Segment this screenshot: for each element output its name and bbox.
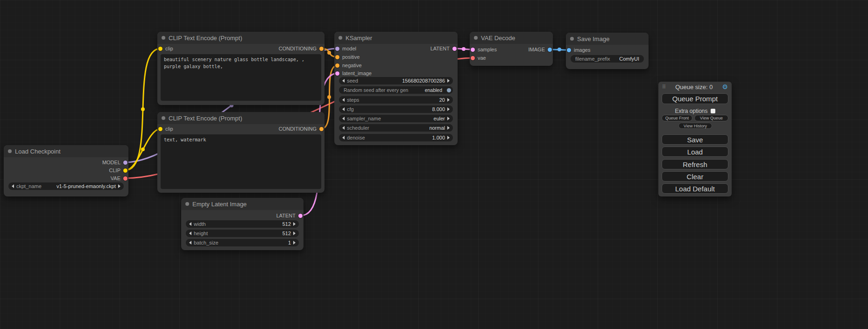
width-widget[interactable]: width 512 xyxy=(186,220,299,228)
decrement-arrow-icon[interactable] xyxy=(189,231,191,235)
node-graph-canvas[interactable]: Load Checkpoint MODEL CLIP VAE ckpt_name… xyxy=(0,0,868,329)
clip-input-dot[interactable] xyxy=(158,47,162,51)
increment-arrow-icon[interactable] xyxy=(447,136,450,140)
widget-value: enabled xyxy=(425,87,442,93)
collapse-dot-icon[interactable] xyxy=(339,36,342,40)
decrement-arrow-icon[interactable] xyxy=(342,126,345,130)
negative-input-dot[interactable] xyxy=(335,63,339,68)
node-titlebar[interactable]: Empty Latent Image xyxy=(181,198,303,210)
view-history-button[interactable]: View History xyxy=(678,123,712,129)
node-vae-decode[interactable]: VAE Decode samples IMAGE vae xyxy=(470,32,553,66)
node-clip-text-encode-positive[interactable]: CLIP Text Encode (Prompt) clip CONDITION… xyxy=(157,32,325,105)
decrement-arrow-icon[interactable] xyxy=(342,136,345,140)
prompt-textarea[interactable]: beautiful scenery nature glass bottle la… xyxy=(161,54,321,101)
images-input-dot[interactable] xyxy=(567,48,571,52)
toggle-dot-icon[interactable] xyxy=(447,88,451,92)
increment-arrow-icon[interactable] xyxy=(447,98,450,102)
view-queue-button[interactable]: View Queue xyxy=(694,115,728,121)
clear-button[interactable]: Clear xyxy=(662,171,728,182)
collapse-dot-icon[interactable] xyxy=(474,36,478,40)
denoise-widget[interactable]: denoise 1.000 xyxy=(339,134,453,141)
refresh-button[interactable]: Refresh xyxy=(662,159,728,169)
collapse-dot-icon[interactable] xyxy=(162,36,165,40)
decrement-arrow-icon[interactable] xyxy=(342,107,345,111)
drag-handle-icon[interactable]: ⠿ xyxy=(662,84,666,90)
increment-arrow-icon[interactable] xyxy=(293,222,296,226)
random-seed-toggle-widget[interactable]: Random seed after every gen enabled xyxy=(339,86,453,94)
decrement-arrow-icon[interactable] xyxy=(189,241,191,245)
widget-value: ComfyUI xyxy=(619,56,639,62)
widget-name: steps xyxy=(347,97,359,103)
vae-output-dot[interactable] xyxy=(123,176,127,181)
conditioning-output-dot[interactable] xyxy=(319,127,324,131)
widget-value: v1-5-pruned-emaonly.ckpt xyxy=(56,183,116,189)
increment-arrow-icon[interactable] xyxy=(447,126,450,130)
load-button[interactable]: Load xyxy=(662,147,728,157)
save-button[interactable]: Save xyxy=(662,134,728,145)
prompt-textarea[interactable]: text, watermark xyxy=(161,134,321,189)
increment-arrow-icon[interactable] xyxy=(293,231,296,235)
node-empty-latent-image[interactable]: Empty Latent Image LATENT width 512 heig… xyxy=(181,198,303,250)
conditioning-output-dot[interactable] xyxy=(319,47,324,51)
input-label: images xyxy=(574,47,590,53)
node-titlebar[interactable]: Load Checkpoint xyxy=(4,145,128,157)
steps-widget[interactable]: steps 20 xyxy=(339,96,453,104)
node-titlebar[interactable]: KSampler xyxy=(334,32,458,44)
decrement-arrow-icon[interactable] xyxy=(342,117,345,120)
clip-output-dot[interactable] xyxy=(123,168,127,173)
increment-arrow-icon[interactable] xyxy=(447,117,450,120)
node-titlebar[interactable]: CLIP Text Encode (Prompt) xyxy=(157,112,325,124)
latent-output-dot[interactable] xyxy=(452,47,457,51)
batch-size-widget[interactable]: batch_size 1 xyxy=(186,239,299,246)
increment-arrow-icon[interactable] xyxy=(447,79,450,83)
clip-input-dot[interactable] xyxy=(158,127,162,131)
sampler-name-widget[interactable]: sampler_name euler xyxy=(339,115,453,122)
node-titlebar[interactable]: Save Image xyxy=(566,33,649,45)
decrement-arrow-icon[interactable] xyxy=(12,184,14,188)
collapse-dot-icon[interactable] xyxy=(162,116,165,120)
node-titlebar[interactable]: VAE Decode xyxy=(470,32,553,44)
vae-input-dot[interactable] xyxy=(471,56,475,60)
decrement-arrow-icon[interactable] xyxy=(189,222,191,226)
input-slot-clip: clip xyxy=(158,125,173,133)
link-midpoint-dot xyxy=(327,95,331,99)
collapse-dot-icon[interactable] xyxy=(570,37,574,41)
node-save-image[interactable]: Save Image images filename_prefix ComfyU… xyxy=(566,33,649,69)
ckpt-name-widget[interactable]: ckpt_name v1-5-pruned-emaonly.ckpt xyxy=(8,182,124,190)
output-slot-image: IMAGE xyxy=(529,46,552,53)
output-slot-latent: LATENT xyxy=(276,212,303,219)
decrement-arrow-icon[interactable] xyxy=(342,79,345,83)
increment-arrow-icon[interactable] xyxy=(118,184,120,188)
increment-arrow-icon[interactable] xyxy=(293,241,296,245)
input-label: model xyxy=(342,46,356,51)
collapse-dot-icon[interactable] xyxy=(185,202,189,206)
node-load-checkpoint[interactable]: Load Checkpoint MODEL CLIP VAE ckpt_name… xyxy=(4,145,128,196)
decrement-arrow-icon[interactable] xyxy=(342,98,345,102)
height-widget[interactable]: height 512 xyxy=(186,230,299,237)
seed-widget[interactable]: seed 156680208700286 xyxy=(339,77,453,84)
filename-prefix-widget[interactable]: filename_prefix ComfyUI xyxy=(571,55,644,63)
widget-value: euler xyxy=(434,116,445,121)
collapse-dot-icon[interactable] xyxy=(8,149,12,153)
samples-input-dot[interactable] xyxy=(471,48,475,52)
scheduler-widget[interactable]: scheduler normal xyxy=(339,124,453,132)
node-ksampler[interactable]: KSampler model LATENT positive negative … xyxy=(334,32,458,145)
node-title: KSampler xyxy=(346,35,372,42)
positive-input-dot[interactable] xyxy=(335,55,339,59)
latent-image-input-dot[interactable] xyxy=(335,71,339,76)
gear-icon[interactable]: ⚙ xyxy=(722,83,728,91)
model-input-dot[interactable] xyxy=(335,47,339,51)
input-slot-images: images xyxy=(567,46,590,54)
model-output-dot[interactable] xyxy=(123,161,127,165)
queue-front-button[interactable]: Queue Front xyxy=(662,115,692,121)
node-clip-text-encode-negative[interactable]: CLIP Text Encode (Prompt) clip CONDITION… xyxy=(157,112,325,193)
increment-arrow-icon[interactable] xyxy=(447,107,450,111)
latent-output-dot[interactable] xyxy=(298,214,303,218)
image-output-dot[interactable] xyxy=(548,48,552,52)
load-default-button[interactable]: Load Default xyxy=(662,183,728,194)
output-slot-conditioning: CONDITIONING xyxy=(279,125,324,133)
node-titlebar[interactable]: CLIP Text Encode (Prompt) xyxy=(157,32,325,44)
queue-prompt-button[interactable]: Queue Prompt xyxy=(662,93,728,104)
cfg-widget[interactable]: cfg 8.000 xyxy=(339,105,453,113)
extra-options-checkbox[interactable] xyxy=(711,109,715,113)
